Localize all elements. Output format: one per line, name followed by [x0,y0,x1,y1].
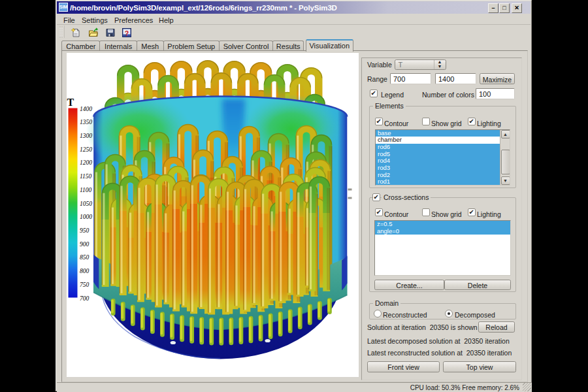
svg-text:1350: 1350 [80,119,92,125]
svg-text:T: T [67,96,74,107]
svg-text:700: 700 [80,295,90,301]
svg-text:1000: 1000 [80,214,92,220]
svg-text:900: 900 [80,240,90,247]
svg-text:850: 850 [80,254,90,261]
svg-text:1400: 1400 [80,105,92,112]
svg-text:950: 950 [80,227,90,233]
svg-text:?: ? [125,29,129,37]
svg-text:800: 800 [80,268,90,274]
svg-text:1250: 1250 [80,146,92,152]
svg-text:1150: 1150 [80,173,92,180]
svg-text:1050: 1050 [80,200,92,206]
svg-text:1100: 1100 [80,186,92,193]
svg-text:750: 750 [80,281,90,287]
svg-text:1200: 1200 [80,159,92,166]
svg-text:1300: 1300 [80,132,92,139]
